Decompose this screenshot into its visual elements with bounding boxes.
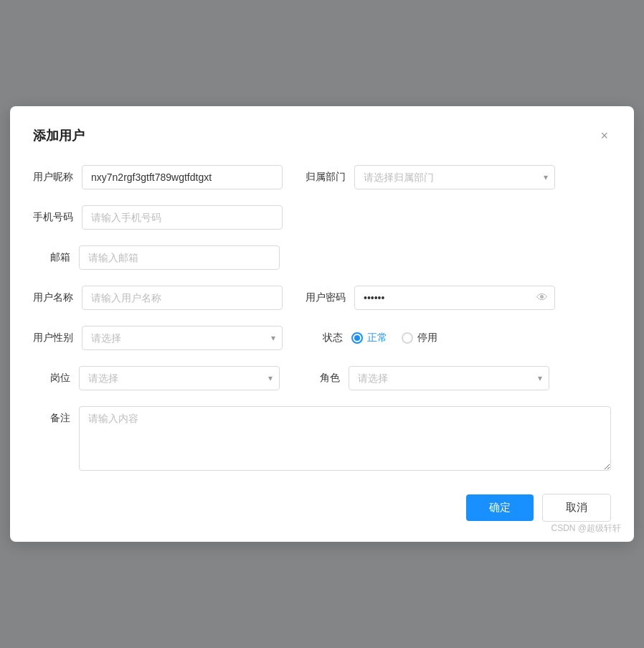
form-row-gender-status: 用户性别 请选择 ▾ 状态 正常 [33,326,611,350]
department-label: 归属部门 [306,171,346,184]
dialog-overlay: 添加用户 × 用户昵称 归属部门 请选择归属部门 ▾ 手机号码 [0,0,644,648]
email-label: 邮箱 [33,251,70,264]
form-group-department: 归属部门 请选择归属部门 ▾ [306,165,555,189]
form-row-nickname-department: 用户昵称 归属部门 请选择归属部门 ▾ [33,165,611,189]
position-select[interactable]: 请选择 [79,366,280,390]
role-select[interactable]: 请选择 [349,366,549,390]
role-label: 角色 [303,372,340,385]
form-group-phone: 手机号码 [33,205,283,230]
radio-normal-circle [351,332,363,344]
radio-disabled-circle [402,332,413,344]
gender-select[interactable]: 请选择 [82,326,283,350]
form-row-remark: 备注 [33,406,611,474]
close-button[interactable]: × [597,126,611,145]
dialog-footer: 确定 取消 [33,494,611,522]
remark-textarea[interactable] [79,406,611,471]
form-group-username: 用户名称 [33,286,283,310]
status-disabled-radio[interactable]: 停用 [402,332,437,344]
form-group-gender: 用户性别 请选择 ▾ [33,326,283,350]
status-radio-group: 正常 停用 [351,332,437,344]
status-label: 状态 [306,332,343,344]
form-group-email: 邮箱 [33,245,280,270]
form-group-position: 岗位 请选择 ▾ [33,366,280,390]
form-group-nickname: 用户昵称 [33,165,283,189]
phone-label: 手机号码 [33,211,73,224]
form-row-phone: 手机号码 [33,205,611,230]
gender-select-wrap: 请选择 ▾ [82,326,283,350]
position-select-wrap: 请选择 ▾ [79,366,280,390]
remark-textarea-wrap [79,406,611,474]
status-disabled-label: 停用 [417,332,437,344]
password-input-wrap: 👁 [354,286,555,310]
watermark: CSDN @超级轩轩 [551,522,621,535]
email-input[interactable] [79,245,280,270]
department-select[interactable]: 请选择归属部门 [354,165,555,189]
password-input[interactable] [354,286,555,310]
role-select-wrap: 请选择 ▾ [349,366,549,390]
dialog-header: 添加用户 × [33,126,611,145]
gender-label: 用户性别 [33,332,73,344]
position-label: 岗位 [33,372,70,385]
form-group-role: 角色 请选择 ▾ [303,366,549,390]
form-row-email: 邮箱 [33,245,611,270]
nickname-label: 用户昵称 [33,171,73,184]
remark-label: 备注 [33,412,70,425]
dialog-title: 添加用户 [33,127,85,144]
phone-input[interactable] [82,205,283,230]
password-label: 用户密码 [306,291,346,304]
add-user-dialog: 添加用户 × 用户昵称 归属部门 请选择归属部门 ▾ 手机号码 [10,106,634,542]
status-normal-radio[interactable]: 正常 [351,332,387,344]
nickname-input[interactable] [82,165,283,189]
cancel-button[interactable]: 取消 [542,494,611,522]
username-label: 用户名称 [33,291,73,304]
form-row-username-password: 用户名称 用户密码 👁 [33,286,611,310]
form-group-password: 用户密码 👁 [306,286,555,310]
eye-icon[interactable]: 👁 [536,291,548,304]
form-group-remark: 备注 [33,406,611,474]
confirm-button[interactable]: 确定 [466,494,534,521]
status-normal-label: 正常 [367,332,387,344]
form-row-position-role: 岗位 请选择 ▾ 角色 请选择 ▾ [33,366,611,390]
radio-normal-dot [354,335,360,341]
department-select-wrap: 请选择归属部门 ▾ [354,165,555,189]
form-group-status: 状态 正常 停用 [306,332,437,344]
username-input[interactable] [82,286,283,310]
